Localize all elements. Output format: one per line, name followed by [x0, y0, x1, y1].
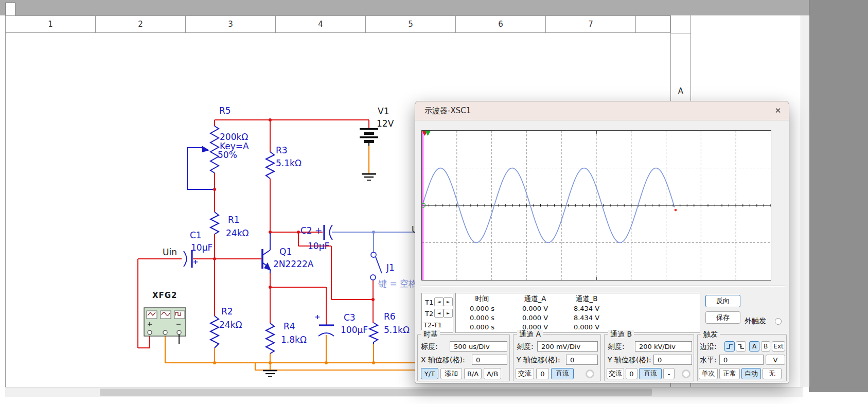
cursor-t2-right-arrow-button[interactable]: ►	[444, 309, 453, 318]
channel-b-group: 通道 B 刻度: 200 kV/Div Y 轴位移(格): 0 交流0直流-	[604, 334, 694, 381]
switch-j1	[370, 252, 382, 280]
channel-b-offset-value: 0	[658, 356, 662, 364]
label-r4-ref: R4	[284, 322, 295, 331]
falling-edge-button[interactable]	[736, 341, 746, 352]
ground-symbol-main	[263, 371, 277, 377]
label-c2-ref: C2 +	[300, 226, 322, 236]
cursor-row-label-t1: T1	[425, 298, 433, 306]
channel-b-indicator	[682, 370, 690, 378]
panel-divider	[420, 286, 785, 287]
label-uin: Uin	[163, 248, 177, 257]
reverse-button-label: 反向	[716, 296, 730, 306]
r5-wiper-loop	[187, 148, 213, 189]
channel-b-scale-value: 200 kV/Div	[639, 343, 676, 350]
save-button-label: 保存	[716, 313, 730, 322]
channel-a-title: 通道 A	[517, 330, 543, 339]
timebase-mode-YT-button[interactable]: Y/T	[421, 368, 438, 379]
channel-b-title: 通道 B	[608, 330, 634, 339]
channel-a-indicator	[586, 370, 594, 378]
channel-a-offset-value: 0	[570, 356, 574, 364]
channel-a-coupling-交流-button[interactable]: 交流	[516, 368, 534, 379]
measurement-table: 时间通道_A通道_B0.000 s0.000 V8.434 V0.000 s0.…	[455, 293, 700, 333]
transistor-q1-collector	[262, 233, 270, 255]
trigger-source-ext-button[interactable]: Ext	[772, 341, 785, 352]
label-v1-ref: V1	[378, 107, 389, 116]
measurement-value: 8.434 V	[562, 305, 611, 312]
label-c2-value: 10μF	[308, 242, 329, 251]
cursor-row-label-t2-t1: T2-T1	[423, 321, 442, 329]
trigger-group: 触发 边沿: ABExt 水平: 0 V 单次正常自动无	[697, 334, 787, 381]
channel-b-coupling-交流-button[interactable]: 交流	[607, 368, 624, 379]
timebase-mode-AB-button[interactable]: A/B	[484, 368, 501, 379]
trigger-edge-label: 边沿:	[700, 342, 717, 352]
label-xfg2: XFG2	[152, 292, 178, 300]
channel-b-coupling-0-button[interactable]: 0	[626, 368, 637, 379]
label-r2-value: 24kΩ	[219, 321, 242, 330]
timebase-mode-添加-button[interactable]: 添加	[440, 368, 462, 379]
resistor-r1	[210, 212, 219, 234]
channel-a-coupling-直流-button[interactable]: 直流	[551, 368, 574, 379]
label-r6-ref: R6	[384, 312, 396, 322]
label-r2-ref: R2	[221, 307, 233, 317]
trigger-level-value: 0	[723, 356, 728, 364]
c1-plus	[193, 260, 198, 264]
oscilloscope-window: 示波器-XSC1 ✕ T1◄►T2◄►T2-T1 时间通道_A通道_B0.000…	[415, 101, 789, 383]
channel-b-coupling--button[interactable]: -	[663, 368, 675, 379]
trigger-source-b-button[interactable]: B	[761, 341, 770, 352]
label-j1-ref: J1	[386, 264, 395, 273]
c3-plus	[315, 315, 320, 319]
trigger-mode-单次-button[interactable]: 单次	[699, 368, 718, 379]
rising-edge-button[interactable]	[724, 341, 735, 352]
cursor-t2-left-arrow-button[interactable]: ◄	[434, 309, 444, 318]
timebase-offset-value: 0	[476, 356, 480, 364]
trace-end-marker	[675, 209, 677, 212]
trigger-mode-正常-button[interactable]: 正常	[719, 368, 740, 379]
ground-symbol-v1	[362, 174, 376, 180]
cursor-t1-right-arrow-button[interactable]: ►	[444, 297, 453, 306]
timebase-offset-input[interactable]: 0	[472, 355, 507, 365]
measurement-row-t2: 0.000 s0.000 V8.434 V	[456, 313, 700, 322]
channel-b-scale-input[interactable]: 200 kV/Div	[635, 341, 692, 352]
oscilloscope-titlebar[interactable]: 示波器-XSC1 ✕	[415, 101, 789, 120]
label-r3-value: 5.1kΩ	[276, 159, 302, 168]
label-q1-ref: Q1	[279, 248, 292, 257]
measurement-value: 0.000 V	[562, 323, 611, 331]
timebase-title: 时基	[421, 330, 440, 339]
capacitor-c1-arc	[184, 251, 187, 267]
resistor-r3	[266, 152, 274, 179]
timebase-offset-label: X 轴位移(格):	[421, 356, 465, 365]
output-wire	[332, 232, 417, 252]
channel-a-coupling-0-button[interactable]: 0	[536, 368, 549, 379]
channel-a-scale-input[interactable]: 200 mV/Div	[537, 341, 598, 352]
resistor-r4	[266, 323, 274, 354]
trigger-level-input[interactable]: 0	[719, 355, 764, 365]
ext-trigger-radio[interactable]	[775, 318, 782, 325]
measurement-value: 0.000 V	[508, 305, 562, 312]
save-button[interactable]: 保存	[705, 311, 740, 324]
label-q1-value: 2N2222A	[273, 260, 313, 269]
trigger-mode-自动-button[interactable]: 自动	[741, 368, 761, 379]
trigger-level-label: 水平:	[700, 356, 717, 365]
label-r1-value: 24kΩ	[226, 229, 249, 238]
timebase-scale-input[interactable]: 500 us/Div	[450, 341, 507, 352]
measurement-row-t1: 0.000 s0.000 V8.434 V	[456, 304, 700, 313]
reverse-button[interactable]: 反向	[705, 295, 740, 307]
trigger-mode-无-button[interactable]: 无	[763, 368, 782, 379]
label-r3-ref: R3	[276, 146, 288, 155]
resistor-r2	[210, 316, 219, 348]
cursor-t1-left-arrow-button[interactable]: ◄	[434, 297, 444, 306]
measurement-value: 0.000 s	[456, 305, 508, 312]
channel-b-coupling-直流-button[interactable]: 直流	[639, 368, 662, 379]
trigger-level-unit[interactable]: V	[766, 355, 785, 365]
measurement-value: 0.000 V	[508, 314, 562, 322]
timebase-mode-BA-button[interactable]: B/A	[464, 368, 482, 379]
label-r5-ref: R5	[219, 107, 231, 116]
channel-a-offset-input[interactable]: 0	[566, 355, 598, 365]
channel-b-scale-label: 刻度:	[608, 342, 625, 352]
close-icon[interactable]: ✕	[770, 103, 786, 118]
channel-b-offset-input[interactable]: 0	[653, 355, 692, 365]
trigger-source-a-button[interactable]: A	[749, 341, 759, 352]
timebase-scale-label: 标度:	[421, 342, 438, 352]
scope-display[interactable]	[421, 130, 771, 280]
label-v1-value: 12V	[377, 119, 394, 129]
